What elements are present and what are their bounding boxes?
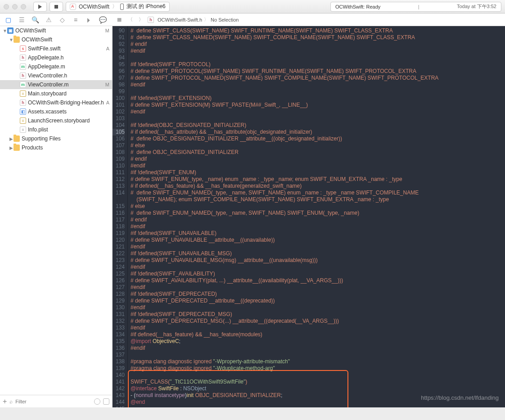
folder-file-icon — [14, 36, 20, 43]
related-items-icon[interactable]: ▦ — [115, 16, 123, 24]
recent-filter-icon[interactable] — [94, 398, 100, 405]
swift-file-icon: s — [20, 45, 26, 52]
status-bar: OCWithSwift: Ready | Today at 下午3:52 — [330, 2, 501, 12]
stop-icon — [54, 5, 58, 9]
jumpbar-selection: No Selection — [211, 17, 239, 23]
m-file-icon: m — [20, 63, 26, 70]
tree-row[interactable]: ≡Info.plist — [0, 125, 112, 134]
symbol-navigator-tab[interactable]: ☰ — [15, 14, 28, 25]
h-file-icon: h — [20, 72, 26, 79]
scm-badge: M — [105, 28, 109, 33]
project-navigator-tab[interactable]: ▢ — [2, 14, 14, 25]
jumpbar-file: OCWithSwift-Swift.h — [158, 17, 202, 23]
jump-bar: ▦ 〈 〉 h OCWithSwift-Swift.h 〉 No Selecti… — [113, 14, 505, 26]
sb-file-icon: ≡ — [20, 90, 26, 97]
forward-button[interactable]: 〉 — [137, 16, 145, 24]
status-time: Today at 下午3:52 — [457, 3, 496, 10]
proj-file-icon: ▣ — [7, 27, 14, 34]
folder-file-icon — [14, 135, 20, 142]
back-button[interactable]: 〈 — [126, 16, 134, 24]
close-window-button[interactable] — [4, 4, 9, 9]
breakpoint-navigator-tab[interactable]: ⏵ — [83, 14, 95, 25]
sb-file-icon: ≡ — [20, 117, 26, 124]
h-file-icon: h — [20, 99, 26, 106]
navigator-tabbar: ▢ ☰ 🔍 ⚠ ◇ ≡ ⏵ 💬 — [0, 14, 113, 26]
navigator-panel: ▢ ☰ 🔍 ⚠ ◇ ≡ ⏵ 💬 ▣OCWithSwiftMOCWithSwift… — [0, 14, 113, 407]
play-icon — [38, 5, 42, 9]
titlebar: OCWithSwift 〉 测试 的 iPhone6 OCWithSwift: … — [0, 0, 505, 14]
phone-icon — [120, 4, 124, 10]
tree-row[interactable]: sSwiftFile.swiftA — [0, 44, 112, 53]
tree-row[interactable]: ≡LaunchScreen.storyboard — [0, 116, 112, 125]
disclosure-triangle-icon[interactable] — [3, 28, 7, 33]
stop-button[interactable] — [50, 2, 63, 12]
app-icon — [70, 4, 76, 10]
h-file-icon: h — [20, 54, 26, 61]
line-gutter[interactable]: 9091929394959697989910010110210310410510… — [113, 26, 128, 407]
scm-filter-icon[interactable] — [103, 398, 109, 405]
tree-item-label: OCWithSwift-Bridging-Header.h — [28, 99, 104, 106]
tree-item-label: SwiftFile.swift — [28, 45, 61, 52]
filter-input[interactable] — [15, 399, 91, 404]
status-ready: Ready — [366, 4, 380, 9]
tree-row[interactable]: ≡Main.storyboard — [0, 89, 112, 98]
tree-item-label: Products — [22, 145, 43, 151]
tree-item-label: Assets.xcassets — [28, 108, 67, 115]
chevron-right-icon: 〉 — [112, 3, 117, 10]
minimize-window-button[interactable] — [12, 4, 18, 9]
tree-item-label: Main.storyboard — [28, 90, 67, 97]
folder-file-icon — [14, 145, 20, 151]
tree-item-label: Info.plist — [28, 126, 48, 133]
scheme-project-label: OCWithSwift — [79, 4, 109, 10]
tree-item-label: AppDelegate.m — [28, 63, 65, 70]
editor-panel: ▦ 〈 〉 h OCWithSwift-Swift.h 〉 No Selecti… — [113, 14, 505, 407]
tree-item-label: LaunchScreen.storyboard — [28, 117, 90, 124]
tree-row[interactable]: Products — [0, 143, 112, 152]
jumpbar-path[interactable]: h OCWithSwift-Swift.h 〉 No Selection — [148, 16, 239, 23]
filter-bar: + ⌕ — [0, 395, 112, 407]
add-button[interactable]: + — [3, 397, 7, 406]
tree-row[interactable]: hViewController.h — [0, 71, 112, 80]
scheme-device-label: 测试 的 iPhone6 — [126, 3, 166, 10]
run-button[interactable] — [33, 2, 47, 12]
tree-item-label: Supporting Files — [22, 135, 61, 142]
tree-item-label: OCWithSwift — [15, 27, 46, 34]
issue-navigator-tab[interactable]: ⚠ — [42, 14, 55, 25]
watermark: https://blog.csdn.net/lfdanding — [421, 394, 499, 401]
status-project: OCWithSwift: — [335, 4, 365, 9]
scm-badge: M — [105, 82, 109, 87]
debug-navigator-tab[interactable]: ≡ — [69, 14, 82, 25]
traffic-lights — [4, 4, 26, 9]
disclosure-triangle-icon[interactable] — [9, 145, 14, 150]
file-tree[interactable]: ▣OCWithSwiftMOCWithSwiftsSwiftFile.swift… — [0, 26, 112, 395]
test-navigator-tab[interactable]: ◇ — [56, 14, 68, 25]
code-editor[interactable]: 9091929394959697989910010110210310410510… — [113, 26, 505, 407]
chevron-right-icon: 〉 — [204, 16, 209, 23]
report-navigator-tab[interactable]: 💬 — [96, 14, 109, 25]
scm-badge: A — [106, 46, 109, 51]
header-file-icon: h — [148, 17, 154, 23]
source-text[interactable]: # define SWIFT_CLASS(SWIFT_NAME) SWIFT_R… — [128, 26, 505, 407]
filter-icon: ⌕ — [9, 398, 13, 405]
tree-row[interactable]: hOCWithSwift-Bridging-Header.hA — [0, 98, 112, 107]
tree-row[interactable]: OCWithSwift — [0, 35, 112, 44]
tree-row[interactable]: hAppDelegate.h — [0, 53, 112, 62]
plist-file-icon: ≡ — [20, 126, 26, 133]
tree-item-label: AppDelegate.h — [28, 54, 63, 61]
asset-file-icon: ◧ — [20, 108, 26, 115]
status-divider: | — [418, 4, 419, 9]
tree-row[interactable]: Supporting Files — [0, 134, 112, 143]
disclosure-triangle-icon[interactable] — [9, 136, 14, 141]
tree-item-label: ViewController.h — [28, 72, 67, 79]
scheme-selector[interactable]: OCWithSwift 〉 测试 的 iPhone6 — [66, 2, 170, 12]
tree-row[interactable]: ◧Assets.xcassets — [0, 107, 112, 116]
tree-row[interactable]: ▣OCWithSwiftM — [0, 26, 112, 35]
tree-item-label: ViewController.m — [28, 81, 68, 88]
scm-badge: A — [106, 100, 109, 105]
tree-row[interactable]: mViewController.mM — [0, 80, 112, 89]
tree-row[interactable]: mAppDelegate.m — [0, 62, 112, 71]
search-navigator-tab[interactable]: 🔍 — [29, 14, 41, 25]
tree-item-label: OCWithSwift — [22, 36, 52, 43]
zoom-window-button[interactable] — [21, 4, 26, 9]
disclosure-triangle-icon[interactable] — [9, 37, 14, 42]
